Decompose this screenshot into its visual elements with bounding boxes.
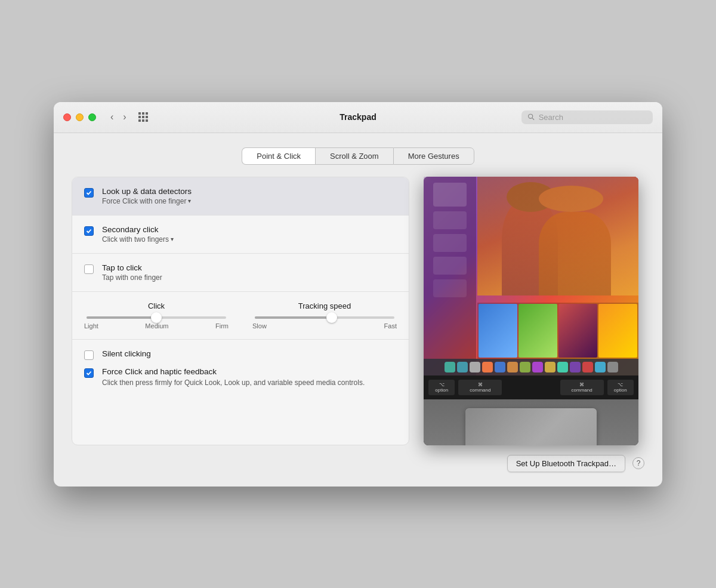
silent-clicking-item: Silent clicking	[84, 349, 397, 360]
trackpad-surface	[465, 408, 597, 445]
grid-icon[interactable]	[138, 112, 148, 122]
tracking-slider-track[interactable]	[255, 316, 394, 319]
click-slider-labels: Light Medium Firm	[84, 322, 229, 330]
look-up-checkbox[interactable]	[84, 188, 94, 198]
look-up-text: Look up & data detectors Force Click wit…	[102, 187, 397, 205]
key-command-right: ⌘command	[560, 380, 604, 395]
look-up-subtitle: Force Click with one finger ▾	[102, 197, 397, 205]
secondary-click-text: Secondary click Click with two fingers ▾	[102, 225, 397, 244]
tab-point-click[interactable]: Point & Click	[242, 147, 315, 165]
forward-button[interactable]: ›	[121, 110, 128, 124]
tracking-slider-thumb[interactable]	[326, 312, 337, 323]
svg-line-1	[532, 118, 534, 120]
tabs: Point & Click Scroll & Zoom More Gesture…	[72, 147, 644, 165]
tab-more-gestures[interactable]: More Gestures	[393, 147, 474, 165]
svg-point-0	[529, 114, 533, 118]
tap-to-click-checkbox-wrapper[interactable]	[84, 264, 94, 274]
bottom-settings: Silent clicking Fo	[72, 340, 409, 398]
fake-photo-grid	[477, 177, 638, 375]
secondary-click-item: Secondary click Click with two fingers ▾	[72, 216, 409, 254]
titlebar: ‹ › Trackpad	[54, 102, 662, 133]
silent-clicking-checkbox-wrapper[interactable]	[84, 350, 94, 360]
secondary-click-subtitle: Click with two fingers ▾	[102, 235, 397, 244]
key-command-left: ⌘command	[458, 380, 502, 395]
bluetooth-button[interactable]: Set Up Bluetooth Trackpad…	[507, 455, 625, 472]
tap-to-click-title: Tap to click	[102, 263, 397, 272]
chevron-icon-2: ▾	[171, 236, 174, 242]
secondary-click-checkbox[interactable]	[84, 226, 94, 236]
force-click-text: Force Click and haptic feedback Click th…	[102, 367, 397, 388]
key-option-right: ⌥option	[607, 380, 634, 395]
window-title: Trackpad	[340, 112, 376, 122]
force-click-checkbox[interactable]	[84, 368, 94, 378]
mac-screen	[424, 177, 638, 375]
fake-sidebar	[424, 177, 476, 375]
chevron-icon: ▾	[188, 198, 191, 204]
click-slider-group: Click Light Medium Firm	[84, 301, 229, 330]
dock-bar	[424, 359, 638, 375]
silent-clicking-text: Silent clicking	[102, 349, 397, 359]
look-up-checkbox-wrapper[interactable]	[84, 188, 94, 198]
key-option-left: ⌥option	[428, 380, 455, 395]
secondary-click-checkbox-wrapper[interactable]	[84, 226, 94, 236]
settings-panel: Look up & data detectors Force Click wit…	[72, 177, 409, 445]
tap-to-click-item: Tap to click Tap with one finger	[72, 254, 409, 292]
mac-preview: ⌥option ⌘command ⌘command ⌥option	[424, 177, 638, 445]
close-button[interactable]	[63, 113, 71, 121]
bottom-bar: Set Up Bluetooth Trackpad… ?	[72, 445, 644, 472]
click-slider-label: Click	[84, 301, 229, 310]
photo-main	[477, 177, 638, 296]
sliders-section: Click Light Medium Firm	[72, 292, 409, 340]
main-panel: Look up & data detectors Force Click wit…	[72, 177, 644, 445]
search-input[interactable]	[539, 113, 647, 122]
nav-buttons: ‹ ›	[108, 110, 129, 124]
look-up-title: Look up & data detectors	[102, 187, 397, 196]
tab-scroll-zoom[interactable]: Scroll & Zoom	[315, 147, 393, 165]
tracking-slider-label: Tracking speed	[252, 301, 397, 310]
force-click-title: Force Click and haptic feedback	[102, 367, 397, 376]
sliders-row: Click Light Medium Firm	[84, 301, 397, 330]
maximize-button[interactable]	[88, 113, 96, 121]
silent-clicking-title: Silent clicking	[102, 349, 397, 358]
main-window: ‹ › Trackpad Point & Click Scroll & Zoom…	[54, 102, 662, 487]
look-up-item: Look up & data detectors Force Click wit…	[72, 177, 409, 216]
content-area: Point & Click Scroll & Zoom More Gesture…	[54, 133, 662, 487]
tap-to-click-checkbox[interactable]	[84, 264, 94, 274]
tracking-slider-group: Tracking speed Slow Fast	[252, 301, 397, 330]
click-slider-track[interactable]	[87, 316, 226, 319]
trackpad-area	[424, 399, 638, 445]
search-box[interactable]	[521, 110, 653, 124]
search-icon	[527, 113, 535, 121]
preview-panel: ⌥option ⌘command ⌘command ⌥option	[424, 177, 644, 445]
help-button[interactable]: ?	[632, 457, 644, 469]
tracking-slider-labels: Slow Fast	[252, 322, 397, 330]
traffic-lights	[63, 113, 96, 121]
back-button[interactable]: ‹	[108, 110, 116, 124]
force-click-item: Force Click and haptic feedback Click th…	[84, 367, 397, 388]
tap-to-click-text: Tap to click Tap with one finger	[102, 263, 397, 282]
silent-clicking-checkbox[interactable]	[84, 350, 94, 360]
force-click-checkbox-wrapper[interactable]	[84, 368, 94, 378]
keyboard-bar: ⌥option ⌘command ⌘command ⌥option	[424, 375, 638, 399]
force-click-description: Click then press firmly for Quick Look, …	[102, 378, 397, 388]
tap-to-click-subtitle: Tap with one finger	[102, 273, 397, 282]
minimize-button[interactable]	[76, 113, 84, 121]
click-slider-thumb[interactable]	[151, 312, 162, 323]
secondary-click-title: Secondary click	[102, 225, 397, 234]
